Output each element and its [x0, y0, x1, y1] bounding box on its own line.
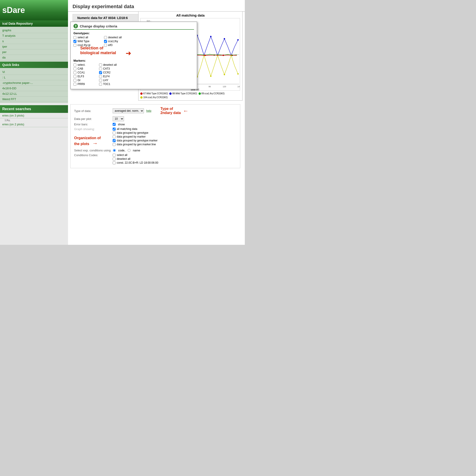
select-name-radio[interactable] — [128, 149, 131, 152]
data-per-plot-select[interactable]: 10 — [113, 116, 124, 121]
sidebar-item-iper[interactable]: iper — [0, 44, 68, 50]
graph-opt-genotype[interactable]: data grouped by genotype — [113, 131, 157, 135]
marker-cca1[interactable]: CCA1 — [73, 71, 85, 74]
geno-select-all[interactable]: select all — [73, 36, 90, 39]
geno-select-all-cb[interactable] — [73, 36, 76, 39]
criteria-header: ⇧ Change display criteria — [73, 24, 194, 30]
geno-wild-type-cb[interactable] — [73, 40, 76, 43]
genotypes-right: deselect all cca1;lhy elf3 — [104, 36, 122, 47]
graph-opt-genotype-cb[interactable] — [113, 132, 116, 135]
marker-elf3[interactable]: ELF3 — [73, 75, 85, 78]
marker-cab[interactable]: CAB — [73, 67, 85, 70]
marker-prr9-cb[interactable] — [73, 83, 76, 86]
cond-select-all-cb[interactable] — [113, 154, 116, 157]
marker-select[interactable]: select. — [73, 63, 85, 67]
sidebar-nav: graphs T analysis s iper per da Quick li… — [0, 27, 68, 103]
sidebar-header: sDare — [0, 0, 68, 20]
cond-deselect-all[interactable]: deselect all — [113, 157, 158, 160]
cond-select-all[interactable]: select all — [113, 153, 158, 157]
help-link[interactable]: help — [146, 109, 152, 112]
svg-point-38 — [224, 38, 225, 39]
markers-label: Markers: — [73, 59, 194, 62]
marker-elf4-cb[interactable] — [99, 75, 102, 78]
svg-point-50 — [210, 75, 211, 77]
marker-ccr2[interactable]: CCR2 — [99, 71, 117, 74]
marker-prr9-label: PRR9 — [78, 83, 85, 86]
marker-cca1-cb[interactable] — [73, 71, 76, 74]
markers-left: select. CAB CCA1 ELF3 GI — [73, 63, 85, 86]
svg-text:144: 144 — [237, 85, 240, 88]
marker-elf4[interactable]: ELF4 — [99, 75, 117, 78]
marker-toc1-cb[interactable] — [99, 83, 102, 86]
marker-lhy-cb[interactable] — [99, 79, 102, 82]
svg-point-54 — [237, 73, 239, 75]
sidebar-4x12[interactable]: 4x12:12-LL — [0, 91, 68, 97]
marker-toc1[interactable]: TOC1 — [99, 83, 117, 86]
marker-select-cb[interactable] — [73, 64, 76, 67]
arrow-org: → — [92, 140, 98, 146]
graph-showing-label: Graph showing: — [74, 127, 110, 131]
sidebar-item-s[interactable]: s — [0, 38, 68, 44]
marker-prr9[interactable]: PRR9 — [73, 83, 85, 86]
sidebar-ld[interactable]: : L — [0, 75, 68, 80]
recent-search-2[interactable]: eries (on 2 plots) — [0, 122, 68, 127]
type-of-data-select[interactable]: averaged det. norm. — [113, 108, 144, 113]
geno-wild-type-label: Wild Type — [78, 40, 89, 43]
geno-deselect-all[interactable]: deselect all — [104, 36, 122, 39]
sidebar-item-graphs[interactable]: graphs — [0, 28, 68, 33]
legend-yellow: 104:cca1.lhy:CCR2(W2) — [140, 96, 168, 99]
geno-wild-type[interactable]: Wild Type — [73, 40, 90, 43]
marker-cat3[interactable]: CAT3 — [99, 67, 117, 70]
marker-gi-cb[interactable] — [73, 79, 76, 82]
genotypes-left: select all Wild Type cca1;lhy:gi — [73, 36, 90, 47]
sidebar-item-da[interactable]: da — [0, 55, 68, 60]
sidebar-cryptochrome[interactable]: -cryptochrome paper-... — [0, 80, 68, 86]
geno-cca1-lhy[interactable]: cca1;lhy — [104, 40, 122, 43]
legend-green-label: 89:cca1.lhy:CCR2(W2) — [202, 92, 225, 95]
page-title: Display experimental data — [68, 0, 245, 12]
legend-blue-label: 88:Wild Type:CCR2(W2) — [172, 92, 197, 95]
data-per-plot-label: Data per plot: — [74, 117, 110, 120]
select-code-label: code, — [118, 149, 125, 152]
marker-cab-cb[interactable] — [73, 67, 76, 70]
marker-deselect-all-label: deselect all — [103, 63, 117, 67]
conditions-label: Conditions Codes: — [74, 153, 110, 157]
sidebar-item-t-analysis[interactable]: T analysis — [0, 33, 68, 38]
annotation-bio: Selection ofbiological material — [80, 46, 116, 55]
cond-deselect-all-cb[interactable] — [113, 157, 116, 160]
marker-elf3-cb[interactable] — [73, 75, 76, 78]
sidebar-4x18[interactable]: 4x18:6-DD — [0, 86, 68, 91]
chart-legend: 67:Wild Type:CCR2(W2) 88:Wild Type:CCR2(… — [140, 92, 240, 99]
recent-search-1[interactable]: eries (on 3 plots) — [0, 113, 68, 118]
geno-deselect-all-cb[interactable] — [104, 36, 107, 39]
geno-cca1-gi-cb[interactable] — [73, 44, 76, 47]
cond-const[interactable]: const. 22.0C:B+R: LD 18:00:06:00 — [113, 161, 158, 164]
marker-gi[interactable]: GI — [73, 79, 85, 82]
marker-cca1-label: CCA1 — [78, 71, 85, 74]
criteria-panel: ⇧ Change display criteria Genotypes: sel… — [70, 21, 197, 89]
markers-right: deselect all CAT3 CCR2 ELF4 LHY — [99, 63, 117, 86]
annotation-org-container: Organization ofthe plots → — [74, 136, 237, 146]
geno-cca1-lhy-cb[interactable] — [104, 40, 107, 43]
graph-opt-all-cb[interactable] — [113, 128, 116, 131]
legend-yellow-label: 104:cca1.lhy:CCR2(W2) — [143, 96, 168, 99]
graph-opt-all[interactable]: all matching data — [113, 127, 157, 131]
sidebar-vi[interactable]: Vi — [0, 69, 68, 75]
marker-cat3-cb[interactable] — [99, 67, 102, 70]
conditions-options: select all deselect all const. 22.0C:B+R… — [113, 153, 158, 164]
sidebar-weird[interactable]: Weird FFT — [0, 97, 68, 102]
select-code-radio[interactable] — [113, 149, 116, 152]
chart-title: All matching data — [140, 13, 240, 17]
criteria-title: Change display criteria — [80, 24, 117, 28]
marker-lhy-label: LHY — [103, 79, 108, 82]
marker-lhy[interactable]: LHY — [99, 79, 117, 82]
error-bars-checkbox[interactable] — [113, 123, 116, 126]
cond-deselect-all-label: deselect all — [117, 157, 130, 160]
data-per-plot-row: Data per plot: 10 — [74, 116, 237, 121]
marker-deselect-all-cb[interactable] — [99, 64, 102, 67]
genotypes-checkboxes: select all Wild Type cca1;lhy:gi deselec… — [73, 36, 194, 47]
marker-deselect-all[interactable]: deselect all — [99, 63, 117, 67]
cond-const-cb[interactable] — [113, 161, 116, 164]
sidebar-item-per[interactable]: per — [0, 50, 68, 55]
marker-ccr2-cb[interactable] — [99, 71, 102, 74]
